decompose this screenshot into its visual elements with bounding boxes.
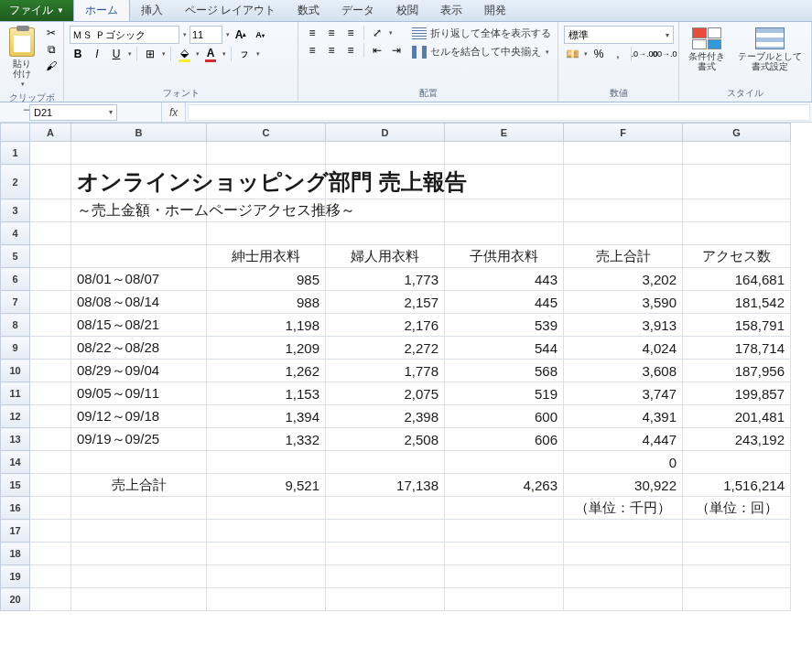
cell[interactable]: オンラインショッピング部門 売上報告 (71, 165, 207, 199)
cell[interactable]: 子供用衣料 (445, 245, 564, 268)
underline-button[interactable]: U (108, 47, 125, 61)
cell[interactable]: 2,176 (326, 314, 445, 337)
cell[interactable]: 08/08～08/14 (71, 291, 207, 314)
align-right-button[interactable]: ≡ (342, 43, 359, 58)
cell[interactable] (564, 520, 683, 543)
cell[interactable]: 4,263 (445, 474, 564, 497)
row-header[interactable]: 11 (1, 382, 30, 405)
row-header[interactable]: 9 (1, 337, 30, 360)
cell[interactable]: 985 (207, 268, 326, 291)
cell[interactable] (207, 142, 326, 165)
cell[interactable] (71, 245, 207, 268)
format-painter-button[interactable]: 🖌 (43, 59, 60, 73)
row-header[interactable]: 5 (1, 245, 30, 268)
fx-button[interactable]: fx (161, 102, 186, 122)
merge-center-button[interactable]: セルを結合して中央揃え ▾ (412, 44, 551, 59)
cell[interactable]: 1,153 (207, 382, 326, 405)
orientation-button[interactable]: ⤢ (369, 26, 385, 40)
cell[interactable] (207, 543, 326, 565)
cell[interactable]: 1,332 (207, 428, 326, 451)
row-header[interactable]: 10 (1, 360, 30, 382)
chevron-down-icon[interactable]: ▾ (222, 50, 226, 58)
tab-formulas[interactable]: 数式 (287, 0, 330, 21)
cell[interactable] (445, 142, 564, 165)
row-header[interactable]: 12 (1, 405, 30, 428)
cell[interactable] (445, 520, 564, 543)
cell[interactable]: 187,956 (683, 360, 791, 382)
number-format-combo[interactable]: 標準 ▾ (564, 26, 674, 44)
cell[interactable] (71, 520, 207, 543)
cell[interactable]: 3,608 (564, 360, 683, 382)
column-header[interactable]: C (207, 124, 326, 142)
cell[interactable]: 1,516,214 (683, 474, 791, 497)
fill-color-button[interactable]: ⬙ (176, 47, 192, 61)
cell[interactable] (207, 565, 326, 588)
cell[interactable] (30, 142, 71, 165)
column-header[interactable]: E (445, 124, 564, 142)
cell[interactable] (683, 451, 791, 474)
chevron-down-icon[interactable]: ▾ (584, 50, 588, 58)
column-header[interactable]: B (71, 124, 207, 142)
cell[interactable]: 婦人用衣料 (326, 245, 445, 268)
cell[interactable] (71, 497, 207, 520)
file-tab[interactable]: ファイル ▼ (0, 0, 73, 21)
cell[interactable]: 568 (445, 360, 564, 382)
cell[interactable] (683, 588, 791, 611)
cell[interactable] (207, 520, 326, 543)
copy-button[interactable]: ⧉ (43, 42, 60, 57)
decrease-decimal-button[interactable]: .00→.0 (655, 47, 672, 61)
cell[interactable] (564, 222, 683, 245)
cell[interactable] (30, 543, 71, 565)
cell[interactable] (683, 543, 791, 565)
cell[interactable]: （単位：千円） (564, 497, 683, 520)
cell[interactable]: 199,857 (683, 382, 791, 405)
row-header[interactable]: 3 (1, 199, 30, 222)
cell[interactable] (326, 222, 445, 245)
column-header[interactable]: A (30, 124, 71, 142)
cell[interactable]: 4,447 (564, 428, 683, 451)
format-as-table-button[interactable]: テーブルとして 書式設定 (734, 26, 806, 73)
cell[interactable]: 2,075 (326, 382, 445, 405)
cell[interactable]: 519 (445, 382, 564, 405)
chevron-down-icon[interactable]: ▾ (196, 50, 200, 58)
cell[interactable]: 09/05～09/11 (71, 382, 207, 405)
cell[interactable]: 4,391 (564, 405, 683, 428)
cell[interactable] (683, 565, 791, 588)
cell[interactable]: 紳士用衣料 (207, 245, 326, 268)
cell[interactable] (326, 588, 445, 611)
align-middle-button[interactable]: ≡ (323, 26, 340, 40)
cell[interactable] (30, 451, 71, 474)
cell[interactable] (30, 497, 71, 520)
cell[interactable]: 1,209 (207, 337, 326, 360)
cell[interactable]: （単位：回） (683, 497, 791, 520)
chevron-down-icon[interactable]: ▾ (226, 31, 230, 38)
cell[interactable]: 1,778 (326, 360, 445, 382)
bold-button[interactable]: B (70, 47, 86, 61)
cell[interactable] (326, 497, 445, 520)
cell[interactable]: 3,202 (564, 268, 683, 291)
cell[interactable] (445, 543, 564, 565)
chevron-down-icon[interactable]: ▾ (256, 50, 260, 58)
row-header[interactable]: 8 (1, 314, 30, 337)
cell[interactable] (30, 520, 71, 543)
cell[interactable]: 09/19～09/25 (71, 428, 207, 451)
cell[interactable]: 1,773 (326, 268, 445, 291)
cell[interactable] (326, 565, 445, 588)
cell[interactable]: 539 (445, 314, 564, 337)
cell[interactable]: 2,272 (326, 337, 445, 360)
cell[interactable]: 08/15～08/21 (71, 314, 207, 337)
percent-button[interactable]: % (590, 47, 607, 61)
cell[interactable] (71, 543, 207, 565)
cell[interactable]: 3,747 (564, 382, 683, 405)
cell[interactable] (564, 565, 683, 588)
cell[interactable] (30, 588, 71, 611)
conditional-formatting-button[interactable]: 条件付き 書式 (685, 26, 729, 73)
cell[interactable]: 2,508 (326, 428, 445, 451)
row-header[interactable]: 2 (1, 165, 30, 199)
tab-review[interactable]: 校閲 (385, 0, 429, 21)
tab-page-layout[interactable]: ページ レイアウト (174, 0, 287, 21)
tab-insert[interactable]: 挿入 (130, 0, 174, 21)
cell[interactable]: 9,521 (207, 474, 326, 497)
cell[interactable] (71, 565, 207, 588)
worksheet-grid[interactable]: ABCDEFG12オンラインショッピング部門 売上報告3～売上金額・ホームページ… (0, 123, 812, 611)
